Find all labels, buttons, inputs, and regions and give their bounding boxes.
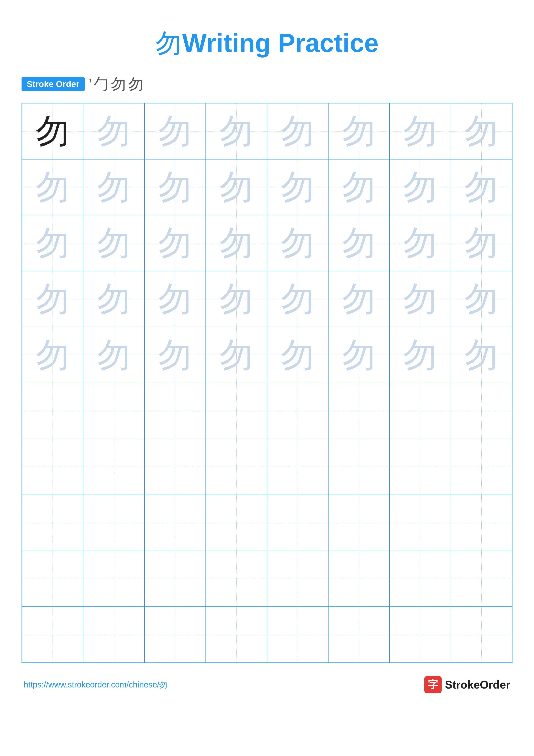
grid-cell[interactable]: 勿: [206, 103, 267, 159]
grid-cell[interactable]: 勿: [451, 215, 512, 271]
title-text: Writing Practice: [182, 28, 378, 57]
grid-cell[interactable]: 勿: [206, 215, 267, 271]
grid-cell[interactable]: 勿: [390, 215, 451, 271]
footer-url[interactable]: https://www.strokeorder.com/chinese/勿: [24, 679, 167, 690]
grid-cell[interactable]: 勿: [206, 271, 267, 327]
grid-cell[interactable]: 勿: [144, 271, 206, 327]
grid-cell[interactable]: [451, 439, 512, 495]
grid-cell[interactable]: 勿: [328, 103, 390, 159]
grid-cell[interactable]: 勿: [83, 271, 144, 327]
grid-cell[interactable]: 勿: [267, 327, 328, 383]
grid-cell[interactable]: [451, 607, 512, 663]
grid-cell[interactable]: 勿: [328, 271, 390, 327]
grid-cell[interactable]: [328, 439, 390, 495]
grid-cell[interactable]: [328, 383, 390, 439]
title-char: 勿: [156, 29, 181, 58]
grid-cell[interactable]: 勿: [451, 271, 512, 327]
stroke-order-section: Stroke Order ' 勹 勿 勿: [21, 74, 513, 94]
grid-cell[interactable]: [390, 383, 451, 439]
grid-cell[interactable]: [328, 495, 390, 551]
grid-cell[interactable]: [267, 383, 328, 439]
grid-cell[interactable]: 勿: [206, 159, 267, 215]
grid-cell[interactable]: 勿: [328, 159, 390, 215]
grid-cell[interactable]: 勿: [328, 215, 390, 271]
grid-cell[interactable]: [451, 551, 512, 607]
grid-cell[interactable]: 勿: [144, 159, 206, 215]
footer-brand: 字 StrokeOrder: [424, 676, 510, 693]
grid-cell[interactable]: [83, 551, 144, 607]
grid-cell[interactable]: [328, 551, 390, 607]
stroke-seq-3: 勿: [111, 74, 126, 94]
grid-cell[interactable]: [390, 495, 451, 551]
grid-cell[interactable]: [144, 495, 206, 551]
stroke-order-badge: Stroke Order: [21, 77, 85, 91]
grid-cell[interactable]: [144, 551, 206, 607]
grid-cell[interactable]: 勿: [328, 327, 390, 383]
grid-cell[interactable]: 勿: [390, 271, 451, 327]
grid-cell[interactable]: 勿: [390, 327, 451, 383]
stroke-seq-4: 勿: [128, 74, 143, 94]
grid-cell[interactable]: [206, 607, 267, 663]
grid-cell[interactable]: 勿: [451, 103, 512, 159]
grid-cell[interactable]: 勿: [144, 327, 206, 383]
grid-cell[interactable]: 勿: [267, 159, 328, 215]
stroke-sequence: ' 勹 勿 勿: [89, 74, 143, 94]
grid-cell[interactable]: [22, 383, 83, 439]
grid-cell[interactable]: 勿: [22, 271, 83, 327]
grid-cell[interactable]: 勿: [390, 103, 451, 159]
grid-cell[interactable]: [83, 607, 144, 663]
grid-cell[interactable]: [144, 607, 206, 663]
grid-cell[interactable]: [267, 495, 328, 551]
grid-cell[interactable]: [22, 551, 83, 607]
stroke-seq-2: 勹: [94, 74, 109, 94]
grid-cell[interactable]: [390, 551, 451, 607]
practice-grid: 勿勿勿勿勿勿勿勿勿勿勿勿勿勿勿勿勿勿勿勿勿勿勿勿勿勿勿勿勿勿勿勿勿勿勿勿勿勿勿勿: [21, 103, 513, 663]
brand-name: StrokeOrder: [445, 678, 510, 691]
grid-cell[interactable]: [267, 439, 328, 495]
grid-cell[interactable]: 勿: [144, 215, 206, 271]
grid-cell[interactable]: [83, 495, 144, 551]
grid-cell[interactable]: 勿: [206, 327, 267, 383]
grid-cell[interactable]: [206, 495, 267, 551]
grid-cell[interactable]: 勿: [267, 271, 328, 327]
grid-cell[interactable]: 勿: [22, 327, 83, 383]
grid-cell[interactable]: [267, 551, 328, 607]
grid-cell[interactable]: [144, 439, 206, 495]
grid-cell[interactable]: 勿: [451, 327, 512, 383]
grid-cell[interactable]: [22, 439, 83, 495]
grid-cell[interactable]: 勿: [451, 159, 512, 215]
stroke-seq-1: ': [89, 75, 92, 93]
grid-cell[interactable]: 勿: [22, 103, 83, 159]
grid-cell[interactable]: [206, 551, 267, 607]
grid-cell[interactable]: 勿: [22, 215, 83, 271]
footer: https://www.strokeorder.com/chinese/勿 字 …: [21, 676, 513, 693]
grid-cell[interactable]: 勿: [267, 103, 328, 159]
grid-cell[interactable]: [451, 495, 512, 551]
grid-cell[interactable]: [206, 383, 267, 439]
grid-cell[interactable]: 勿: [22, 159, 83, 215]
grid-cell[interactable]: [206, 439, 267, 495]
brand-icon: 字: [424, 676, 442, 693]
grid-cell[interactable]: [267, 607, 328, 663]
grid-cell[interactable]: [328, 607, 390, 663]
grid-cell[interactable]: 勿: [83, 327, 144, 383]
grid-cell[interactable]: [144, 383, 206, 439]
grid-cell[interactable]: 勿: [83, 215, 144, 271]
grid-cell[interactable]: [451, 383, 512, 439]
grid-cell[interactable]: [22, 495, 83, 551]
grid-cell[interactable]: [83, 383, 144, 439]
grid-cell[interactable]: 勿: [144, 103, 206, 159]
grid-cell[interactable]: 勿: [267, 215, 328, 271]
grid-cell[interactable]: [390, 607, 451, 663]
grid-cell[interactable]: [83, 439, 144, 495]
grid-cell[interactable]: 勿: [83, 159, 144, 215]
grid-cell[interactable]: [390, 439, 451, 495]
grid-cell[interactable]: [22, 607, 83, 663]
grid-cell[interactable]: 勿: [83, 103, 144, 159]
page-title: 勿 Writing Practice: [21, 26, 513, 61]
grid-cell[interactable]: 勿: [390, 159, 451, 215]
